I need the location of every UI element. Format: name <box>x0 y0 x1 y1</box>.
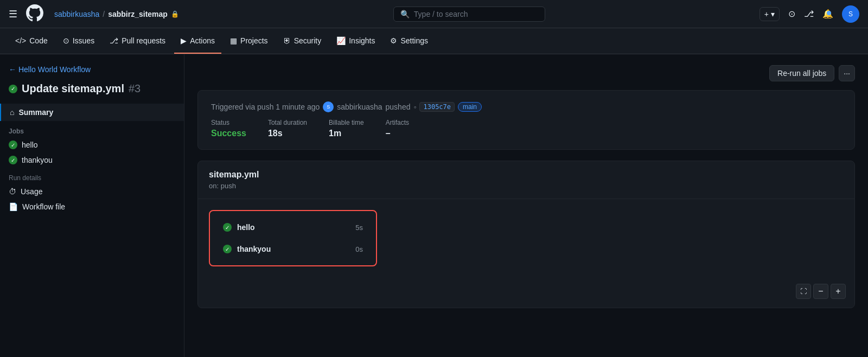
header-actions-bar: Re-run all jobs ··· <box>197 65 855 81</box>
search-placeholder: Type / to search <box>414 10 468 18</box>
commit-hash[interactable]: 1305c7e <box>419 102 455 112</box>
fullscreen-button[interactable]: ⛶ <box>796 284 811 299</box>
tab-insights-label: Insights <box>349 36 375 45</box>
hello-flow-name: hello <box>237 223 255 232</box>
zoom-out-button[interactable]: − <box>813 284 828 299</box>
repo-nav: </> Code ⊙ Issues ⎇ Pull requests ▶ Acti… <box>0 28 868 54</box>
sidebar-item-summary[interactable]: ⌂ Summary <box>0 104 184 121</box>
github-logo[interactable] <box>26 4 43 23</box>
search-icon: 🔍 <box>400 10 410 18</box>
zoom-controls: ⛶ − + <box>796 284 846 299</box>
header-actions: Re-run all jobs ··· <box>769 65 855 81</box>
run-title: Update sitemap.yml <box>22 82 124 95</box>
sidebar-job-thankyou[interactable]: ✓ thankyou <box>0 152 184 168</box>
main-content: Re-run all jobs ··· Triggered via push 1… <box>184 54 868 357</box>
hello-flow-check: ✓ <box>223 223 232 232</box>
zoom-in-button[interactable]: + <box>831 284 846 299</box>
tab-pull-requests[interactable]: ⎇ Pull requests <box>103 28 172 54</box>
job-hello-left: ✓ hello <box>223 223 255 232</box>
workflow-header: sitemap.yml on: push <box>198 161 854 199</box>
home-icon: ⌂ <box>10 108 14 117</box>
status-item-billable: Billable time 1m <box>329 119 364 138</box>
sidebar: ← Hello World Workflow ✓ Update sitemap.… <box>0 54 184 357</box>
tab-settings[interactable]: ⚙ Settings <box>384 28 435 54</box>
thankyou-job-check: ✓ <box>9 156 17 164</box>
issues-icon[interactable]: ⊙ <box>788 9 795 19</box>
job-flow-item-hello[interactable]: ✓ hello 5s <box>216 218 369 237</box>
trigger-text: Triggered via push 1 minute ago <box>211 103 320 111</box>
security-icon: ⛨ <box>283 36 291 45</box>
create-button[interactable]: + ▾ <box>760 7 780 21</box>
run-number: #3 <box>129 82 141 95</box>
workflow-card: sitemap.yml on: push ✓ hello 5s ✓ <box>197 161 855 308</box>
hello-job-label: hello <box>22 141 38 149</box>
search-input[interactable]: 🔍 Type / to search <box>393 7 545 22</box>
job-flow-box: ✓ hello 5s ✓ thankyou 0s <box>209 210 377 266</box>
sidebar-item-usage[interactable]: ⏱ Usage <box>0 184 184 199</box>
issues-nav-icon: ⊙ <box>63 36 69 45</box>
hello-flow-time: 5s <box>355 224 363 232</box>
job-flow-item-thankyou[interactable]: ✓ thankyou 0s <box>216 239 369 259</box>
tab-security[interactable]: ⛨ Security <box>277 28 328 54</box>
tab-insights[interactable]: 📈 Insights <box>330 28 381 54</box>
tab-code[interactable]: </> Code <box>9 28 54 54</box>
tab-settings-label: Settings <box>400 36 428 45</box>
plus-icon: + <box>764 10 769 18</box>
thankyou-flow-name: thankyou <box>237 245 271 253</box>
pushed-text: pushed <box>386 103 411 111</box>
notifications-icon[interactable]: 🔔 <box>822 9 833 19</box>
more-options-button[interactable]: ··· <box>839 65 855 81</box>
code-icon: </> <box>15 36 26 45</box>
workflow-name: sitemap.yml <box>209 170 844 180</box>
sidebar-item-workflow-file[interactable]: 📄 Workflow file <box>0 199 184 214</box>
tab-projects-label: Projects <box>240 36 268 45</box>
user-avatar-small: S <box>323 101 334 112</box>
hamburger-menu[interactable]: ☰ <box>9 8 17 20</box>
status-item-duration: Total duration 18s <box>268 119 307 138</box>
tab-issues[interactable]: ⊙ Issues <box>56 28 101 54</box>
workflow-trigger: on: push <box>209 182 844 190</box>
run-title-container: ✓ Update sitemap.yml #3 <box>0 80 184 104</box>
thankyou-job-label: thankyou <box>22 156 53 164</box>
status-grid: Status Success Total duration 18s Billab… <box>211 119 841 138</box>
sidebar-job-hello[interactable]: ✓ hello <box>0 137 184 152</box>
duration-label: Total duration <box>268 119 307 126</box>
projects-icon: ▦ <box>230 36 237 45</box>
pr-icon: ⎇ <box>110 36 118 45</box>
billable-value: 1m <box>329 129 341 138</box>
lock-icon: 🔒 <box>171 10 179 18</box>
rerun-button[interactable]: Re-run all jobs <box>769 65 834 81</box>
status-item-artifacts: Artifacts – <box>386 119 409 138</box>
chevron-down-icon: ▾ <box>771 10 775 18</box>
job-thankyou-left: ✓ thankyou <box>223 245 271 253</box>
tab-actions-label: Actions <box>190 36 215 45</box>
usage-label: Usage <box>21 187 42 196</box>
branch-badge[interactable]: main <box>458 102 482 112</box>
repo-owner-link[interactable]: sabbirkuasha <box>54 10 99 18</box>
artifacts-label: Artifacts <box>386 119 409 126</box>
main-layout: ← Hello World Workflow ✓ Update sitemap.… <box>0 54 868 357</box>
top-nav: ☰ sabbirkuasha / sabbirz_sitemap 🔒 🔍 Typ… <box>0 0 868 28</box>
repo-name[interactable]: sabbirz_sitemap <box>108 10 168 18</box>
status-card: Triggered via push 1 minute ago S sabbir… <box>197 90 855 150</box>
tab-code-label: Code <box>29 36 47 45</box>
tab-issues-label: Issues <box>73 36 94 45</box>
username-text[interactable]: sabbirkuasha <box>337 103 382 111</box>
thankyou-flow-time: 0s <box>355 245 363 253</box>
tab-projects[interactable]: ▦ Projects <box>224 28 275 54</box>
artifacts-value: – <box>386 129 391 138</box>
settings-icon: ⚙ <box>390 36 397 45</box>
top-nav-icons: + ▾ ⊙ ⎇ 🔔 S <box>760 5 859 23</box>
summary-label: Summary <box>18 108 53 117</box>
avatar[interactable]: S <box>842 5 859 23</box>
pull-requests-icon[interactable]: ⎇ <box>804 9 814 19</box>
duration-value: 18s <box>268 129 283 138</box>
back-link[interactable]: ← Hello World Workflow <box>0 63 184 80</box>
insights-icon: 📈 <box>336 36 346 45</box>
actions-icon: ▶ <box>181 36 187 45</box>
search-bar-container: 🔍 Type / to search <box>183 7 755 22</box>
tab-actions[interactable]: ▶ Actions <box>174 28 221 54</box>
status-label: Status <box>211 119 246 126</box>
thankyou-flow-check: ✓ <box>223 245 232 253</box>
tab-security-label: Security <box>294 36 322 45</box>
